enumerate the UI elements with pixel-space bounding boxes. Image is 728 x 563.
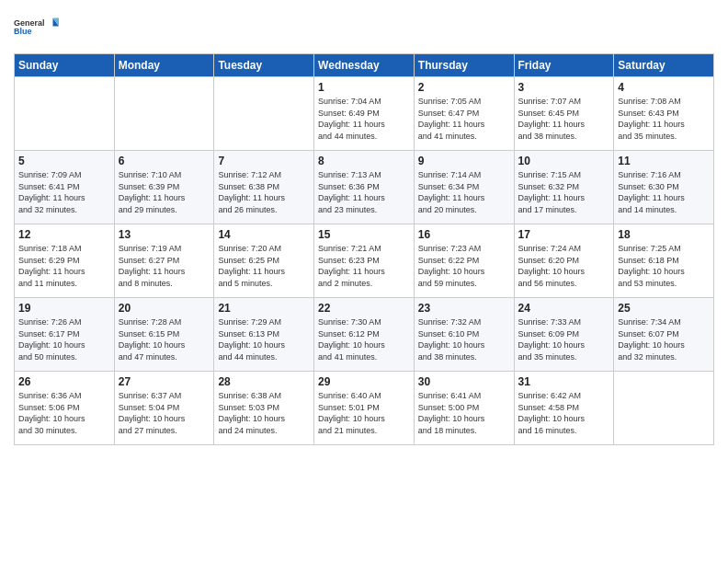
calendar-cell: 9Sunrise: 7:14 AM Sunset: 6:34 PM Daylig… [414,151,514,224]
day-info: Sunrise: 7:15 AM Sunset: 6:32 PM Dayligh… [518,169,610,215]
logo: General Blue [14,9,60,46]
calendar-cell: 20Sunrise: 7:28 AM Sunset: 6:15 PM Dayli… [114,298,214,372]
day-info: Sunrise: 7:14 AM Sunset: 6:34 PM Dayligh… [418,169,510,215]
day-number: 2 [418,81,510,94]
calendar-cell: 16Sunrise: 7:23 AM Sunset: 6:22 PM Dayli… [414,224,514,298]
day-of-week-header: Friday [514,54,614,77]
day-number: 6 [119,155,210,167]
day-of-week-header: Wednesday [314,54,415,77]
day-info: Sunrise: 7:16 AM Sunset: 6:30 PM Dayligh… [618,169,710,215]
day-of-week-header: Sunday [15,54,115,77]
day-info: Sunrise: 7:05 AM Sunset: 6:47 PM Dayligh… [418,96,510,142]
day-number: 13 [119,228,210,241]
calendar-cell: 27Sunrise: 6:37 AM Sunset: 5:04 PM Dayli… [114,372,214,445]
calendar-cell: 22Sunrise: 7:30 AM Sunset: 6:12 PM Dayli… [314,298,415,372]
day-number: 21 [218,302,310,315]
day-number: 3 [518,81,610,94]
calendar-week-row: 1Sunrise: 7:04 AM Sunset: 6:49 PM Daylig… [15,77,714,151]
day-info: Sunrise: 7:24 AM Sunset: 6:20 PM Dayligh… [518,243,610,289]
day-info: Sunrise: 7:07 AM Sunset: 6:45 PM Dayligh… [518,96,610,142]
day-number: 7 [218,155,310,167]
day-info: Sunrise: 7:10 AM Sunset: 6:39 PM Dayligh… [119,169,210,215]
calendar-cell: 11Sunrise: 7:16 AM Sunset: 6:30 PM Dayli… [614,151,714,224]
day-number: 17 [518,228,610,241]
calendar: SundayMondayTuesdayWednesdayThursdayFrid… [14,53,714,445]
day-number: 16 [418,228,510,241]
calendar-cell: 31Sunrise: 6:42 AM Sunset: 4:58 PM Dayli… [514,372,614,445]
day-number: 11 [618,155,710,167]
day-number: 15 [318,228,410,241]
day-number: 30 [418,375,510,388]
calendar-cell [114,77,214,151]
calendar-cell [614,372,714,445]
calendar-cell: 21Sunrise: 7:29 AM Sunset: 6:13 PM Dayli… [214,298,314,372]
day-info: Sunrise: 7:19 AM Sunset: 6:27 PM Dayligh… [119,243,210,289]
day-number: 1 [318,81,410,94]
day-info: Sunrise: 7:34 AM Sunset: 6:07 PM Dayligh… [618,316,710,362]
day-info: Sunrise: 6:37 AM Sunset: 5:04 PM Dayligh… [119,390,210,436]
day-info: Sunrise: 7:29 AM Sunset: 6:13 PM Dayligh… [218,316,310,362]
day-number: 19 [18,302,110,315]
day-info: Sunrise: 7:13 AM Sunset: 6:36 PM Dayligh… [318,169,410,215]
svg-text:Blue: Blue [14,27,32,36]
day-info: Sunrise: 7:21 AM Sunset: 6:23 PM Dayligh… [318,243,410,289]
day-of-week-header: Monday [114,54,214,77]
page: General Blue SundayMondayTuesdayWednesda… [0,0,728,563]
day-number: 29 [318,375,410,388]
day-of-week-header: Tuesday [214,54,314,77]
day-number: 22 [318,302,410,315]
calendar-cell: 2Sunrise: 7:05 AM Sunset: 6:47 PM Daylig… [414,77,514,151]
day-info: Sunrise: 7:23 AM Sunset: 6:22 PM Dayligh… [418,243,510,289]
day-number: 23 [418,302,510,315]
calendar-cell: 5Sunrise: 7:09 AM Sunset: 6:41 PM Daylig… [15,151,115,224]
calendar-cell: 12Sunrise: 7:18 AM Sunset: 6:29 PM Dayli… [15,224,115,298]
day-number: 14 [218,228,310,241]
day-number: 5 [18,155,110,167]
calendar-cell [214,77,314,151]
day-of-week-header: Saturday [614,54,714,77]
calendar-cell: 26Sunrise: 6:36 AM Sunset: 5:06 PM Dayli… [15,372,115,445]
day-number: 8 [318,155,410,167]
calendar-cell: 14Sunrise: 7:20 AM Sunset: 6:25 PM Dayli… [214,224,314,298]
calendar-week-row: 5Sunrise: 7:09 AM Sunset: 6:41 PM Daylig… [15,151,714,224]
calendar-cell: 23Sunrise: 7:32 AM Sunset: 6:10 PM Dayli… [414,298,514,372]
day-number: 26 [18,375,110,388]
day-info: Sunrise: 7:25 AM Sunset: 6:18 PM Dayligh… [618,243,710,289]
day-info: Sunrise: 7:26 AM Sunset: 6:17 PM Dayligh… [18,316,110,362]
calendar-cell: 10Sunrise: 7:15 AM Sunset: 6:32 PM Dayli… [514,151,614,224]
day-info: Sunrise: 7:04 AM Sunset: 6:49 PM Dayligh… [318,96,410,142]
calendar-cell: 8Sunrise: 7:13 AM Sunset: 6:36 PM Daylig… [314,151,415,224]
calendar-week-row: 12Sunrise: 7:18 AM Sunset: 6:29 PM Dayli… [15,224,714,298]
calendar-header-row: SundayMondayTuesdayWednesdayThursdayFrid… [15,54,714,77]
day-number: 31 [518,375,610,388]
calendar-cell: 15Sunrise: 7:21 AM Sunset: 6:23 PM Dayli… [314,224,415,298]
calendar-cell: 7Sunrise: 7:12 AM Sunset: 6:38 PM Daylig… [214,151,314,224]
calendar-cell: 4Sunrise: 7:08 AM Sunset: 6:43 PM Daylig… [614,77,714,151]
day-info: Sunrise: 6:40 AM Sunset: 5:01 PM Dayligh… [318,390,410,436]
day-number: 9 [418,155,510,167]
calendar-cell: 13Sunrise: 7:19 AM Sunset: 6:27 PM Dayli… [114,224,214,298]
calendar-cell: 18Sunrise: 7:25 AM Sunset: 6:18 PM Dayli… [614,224,714,298]
calendar-cell [15,77,115,151]
day-info: Sunrise: 7:12 AM Sunset: 6:38 PM Dayligh… [218,169,310,215]
day-info: Sunrise: 7:08 AM Sunset: 6:43 PM Dayligh… [618,96,710,142]
day-number: 20 [119,302,210,315]
calendar-cell: 28Sunrise: 6:38 AM Sunset: 5:03 PM Dayli… [214,372,314,445]
calendar-week-row: 26Sunrise: 6:36 AM Sunset: 5:06 PM Dayli… [15,372,714,445]
header: General Blue [14,9,714,46]
day-info: Sunrise: 6:38 AM Sunset: 5:03 PM Dayligh… [218,390,310,436]
calendar-cell: 17Sunrise: 7:24 AM Sunset: 6:20 PM Dayli… [514,224,614,298]
calendar-cell: 25Sunrise: 7:34 AM Sunset: 6:07 PM Dayli… [614,298,714,372]
calendar-cell: 3Sunrise: 7:07 AM Sunset: 6:45 PM Daylig… [514,77,614,151]
calendar-cell: 30Sunrise: 6:41 AM Sunset: 5:00 PM Dayli… [414,372,514,445]
day-info: Sunrise: 6:42 AM Sunset: 4:58 PM Dayligh… [518,390,610,436]
day-info: Sunrise: 6:41 AM Sunset: 5:00 PM Dayligh… [418,390,510,436]
svg-text:General: General [14,18,45,28]
calendar-cell: 6Sunrise: 7:10 AM Sunset: 6:39 PM Daylig… [114,151,214,224]
day-info: Sunrise: 7:32 AM Sunset: 6:10 PM Dayligh… [418,316,510,362]
day-number: 10 [518,155,610,167]
day-number: 18 [618,228,710,241]
calendar-cell: 24Sunrise: 7:33 AM Sunset: 6:09 PM Dayli… [514,298,614,372]
day-number: 4 [618,81,710,94]
calendar-cell: 29Sunrise: 6:40 AM Sunset: 5:01 PM Dayli… [314,372,415,445]
